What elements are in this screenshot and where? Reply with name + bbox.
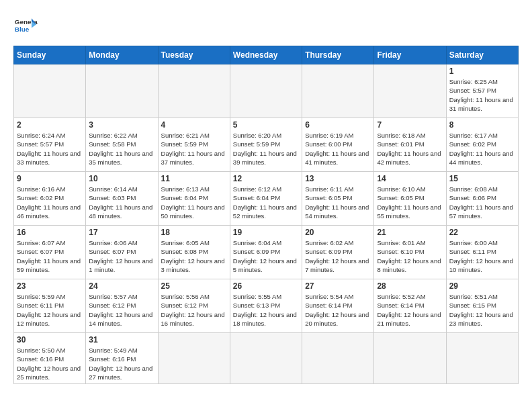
calendar-cell: 27Sunrise: 5:54 AM Sunset: 6:14 PM Dayli… xyxy=(302,279,374,333)
day-number: 3 xyxy=(89,120,154,130)
day-number: 22 xyxy=(449,228,515,237)
generalblue-logo-icon: General Blue xyxy=(13,13,38,38)
day-info: Sunrise: 6:21 AM Sunset: 5:59 PM Dayligh… xyxy=(161,131,227,167)
calendar-cell xyxy=(302,64,374,118)
day-number: 8 xyxy=(449,120,515,130)
calendar-cell: 26Sunrise: 5:55 AM Sunset: 6:13 PM Dayli… xyxy=(230,279,302,333)
calendar-cell: 23Sunrise: 5:59 AM Sunset: 6:11 PM Dayli… xyxy=(14,279,86,333)
calendar-row-6: 30Sunrise: 5:50 AM Sunset: 6:16 PM Dayli… xyxy=(14,333,519,384)
day-number: 25 xyxy=(161,281,227,291)
day-info: Sunrise: 6:08 AM Sunset: 6:06 PM Dayligh… xyxy=(449,185,515,220)
calendar-cell: 31Sunrise: 5:49 AM Sunset: 6:16 PM Dayli… xyxy=(86,333,158,384)
calendar-cell xyxy=(14,64,86,118)
day-number: 21 xyxy=(377,228,443,237)
calendar-cell xyxy=(302,333,374,384)
calendar-row-3: 9Sunrise: 6:16 AM Sunset: 6:02 PM Daylig… xyxy=(14,172,519,226)
day-info: Sunrise: 6:17 AM Sunset: 6:02 PM Dayligh… xyxy=(449,131,515,167)
day-number: 28 xyxy=(377,281,443,291)
day-info: Sunrise: 5:59 AM Sunset: 6:11 PM Dayligh… xyxy=(17,292,83,328)
calendar-cell: 20Sunrise: 6:02 AM Sunset: 6:09 PM Dayli… xyxy=(302,226,374,279)
calendar-cell: 22Sunrise: 6:00 AM Sunset: 6:11 PM Dayli… xyxy=(446,226,518,279)
day-info: Sunrise: 5:57 AM Sunset: 6:12 PM Dayligh… xyxy=(89,292,154,328)
calendar-cell: 5Sunrise: 6:20 AM Sunset: 5:59 PM Daylig… xyxy=(230,118,302,172)
day-number: 23 xyxy=(17,281,83,291)
day-info: Sunrise: 6:01 AM Sunset: 6:10 PM Dayligh… xyxy=(377,238,443,274)
day-info: Sunrise: 6:04 AM Sunset: 6:09 PM Dayligh… xyxy=(233,238,299,274)
day-info: Sunrise: 6:24 AM Sunset: 5:57 PM Dayligh… xyxy=(17,131,83,167)
day-info: Sunrise: 6:14 AM Sunset: 6:03 PM Dayligh… xyxy=(89,185,154,220)
day-number: 18 xyxy=(161,228,227,237)
day-info: Sunrise: 6:12 AM Sunset: 6:04 PM Dayligh… xyxy=(233,185,299,220)
calendar-cell: 25Sunrise: 5:56 AM Sunset: 6:12 PM Dayli… xyxy=(158,279,230,333)
day-number: 29 xyxy=(449,281,515,291)
day-number: 2 xyxy=(17,120,83,130)
day-info: Sunrise: 5:56 AM Sunset: 6:12 PM Dayligh… xyxy=(161,292,227,328)
calendar-cell: 9Sunrise: 6:16 AM Sunset: 6:02 PM Daylig… xyxy=(14,172,86,226)
weekday-header-thursday: Thursday xyxy=(302,46,374,64)
day-number: 14 xyxy=(377,174,443,183)
calendar-row-1: 1Sunrise: 6:25 AM Sunset: 5:57 PM Daylig… xyxy=(14,64,519,118)
calendar-cell xyxy=(374,64,446,118)
day-number: 10 xyxy=(89,174,154,183)
calendar-row-2: 2Sunrise: 6:24 AM Sunset: 5:57 PM Daylig… xyxy=(14,118,519,172)
day-number: 30 xyxy=(17,335,83,345)
day-info: Sunrise: 6:18 AM Sunset: 6:01 PM Dayligh… xyxy=(377,131,443,167)
day-number: 31 xyxy=(89,335,154,345)
calendar-cell: 24Sunrise: 5:57 AM Sunset: 6:12 PM Dayli… xyxy=(86,279,158,333)
calendar-cell: 29Sunrise: 5:51 AM Sunset: 6:15 PM Dayli… xyxy=(446,279,518,333)
calendar-row-4: 16Sunrise: 6:07 AM Sunset: 6:07 PM Dayli… xyxy=(14,226,519,279)
day-info: Sunrise: 6:19 AM Sunset: 6:00 PM Dayligh… xyxy=(305,131,371,167)
calendar-cell: 14Sunrise: 6:10 AM Sunset: 6:05 PM Dayli… xyxy=(374,172,446,226)
day-info: Sunrise: 6:25 AM Sunset: 5:57 PM Dayligh… xyxy=(449,77,515,113)
day-info: Sunrise: 6:05 AM Sunset: 6:08 PM Dayligh… xyxy=(161,238,227,274)
calendar-cell xyxy=(86,64,158,118)
calendar-cell xyxy=(446,333,518,384)
calendar-row-5: 23Sunrise: 5:59 AM Sunset: 6:11 PM Dayli… xyxy=(14,279,519,333)
calendar-cell xyxy=(158,64,230,118)
day-info: Sunrise: 6:00 AM Sunset: 6:11 PM Dayligh… xyxy=(449,238,515,274)
svg-text:Blue: Blue xyxy=(15,26,30,33)
page: General Blue SundayMondayTuesdayWednesda… xyxy=(0,0,532,391)
day-number: 9 xyxy=(17,174,83,183)
weekday-header-saturday: Saturday xyxy=(446,46,518,64)
day-number: 19 xyxy=(233,228,299,237)
calendar-cell: 8Sunrise: 6:17 AM Sunset: 6:02 PM Daylig… xyxy=(446,118,518,172)
day-info: Sunrise: 6:07 AM Sunset: 6:07 PM Dayligh… xyxy=(17,238,83,274)
calendar-cell: 17Sunrise: 6:06 AM Sunset: 6:07 PM Dayli… xyxy=(86,226,158,279)
day-number: 24 xyxy=(89,281,154,291)
day-number: 15 xyxy=(449,174,515,183)
calendar-cell: 2Sunrise: 6:24 AM Sunset: 5:57 PM Daylig… xyxy=(14,118,86,172)
day-number: 12 xyxy=(233,174,299,183)
day-number: 13 xyxy=(305,174,371,183)
day-info: Sunrise: 6:10 AM Sunset: 6:05 PM Dayligh… xyxy=(377,185,443,220)
weekday-header-sunday: Sunday xyxy=(14,46,86,64)
day-number: 1 xyxy=(449,66,515,76)
calendar-table: SundayMondayTuesdayWednesdayThursdayFrid… xyxy=(13,46,519,384)
calendar-cell: 1Sunrise: 6:25 AM Sunset: 5:57 PM Daylig… xyxy=(446,64,518,118)
calendar-cell: 30Sunrise: 5:50 AM Sunset: 6:16 PM Dayli… xyxy=(14,333,86,384)
day-number: 26 xyxy=(233,281,299,291)
calendar-cell: 4Sunrise: 6:21 AM Sunset: 5:59 PM Daylig… xyxy=(158,118,230,172)
day-info: Sunrise: 5:49 AM Sunset: 6:16 PM Dayligh… xyxy=(89,346,154,381)
weekday-header-monday: Monday xyxy=(86,46,158,64)
day-number: 16 xyxy=(17,228,83,237)
calendar-cell: 7Sunrise: 6:18 AM Sunset: 6:01 PM Daylig… xyxy=(374,118,446,172)
calendar-cell xyxy=(374,333,446,384)
day-info: Sunrise: 6:20 AM Sunset: 5:59 PM Dayligh… xyxy=(233,131,299,167)
day-info: Sunrise: 5:51 AM Sunset: 6:15 PM Dayligh… xyxy=(449,292,515,328)
day-number: 11 xyxy=(161,174,227,183)
calendar-cell: 21Sunrise: 6:01 AM Sunset: 6:10 PM Dayli… xyxy=(374,226,446,279)
day-number: 7 xyxy=(377,120,443,130)
day-number: 5 xyxy=(233,120,299,130)
day-number: 6 xyxy=(305,120,371,130)
weekday-header-friday: Friday xyxy=(374,46,446,64)
calendar-cell: 13Sunrise: 6:11 AM Sunset: 6:05 PM Dayli… xyxy=(302,172,374,226)
day-info: Sunrise: 5:55 AM Sunset: 6:13 PM Dayligh… xyxy=(233,292,299,328)
calendar-cell: 10Sunrise: 6:14 AM Sunset: 6:03 PM Dayli… xyxy=(86,172,158,226)
calendar-cell xyxy=(158,333,230,384)
day-number: 17 xyxy=(89,228,154,237)
weekday-header-row: SundayMondayTuesdayWednesdayThursdayFrid… xyxy=(14,46,519,64)
day-info: Sunrise: 5:52 AM Sunset: 6:14 PM Dayligh… xyxy=(377,292,443,328)
calendar-cell: 19Sunrise: 6:04 AM Sunset: 6:09 PM Dayli… xyxy=(230,226,302,279)
calendar-cell xyxy=(230,64,302,118)
